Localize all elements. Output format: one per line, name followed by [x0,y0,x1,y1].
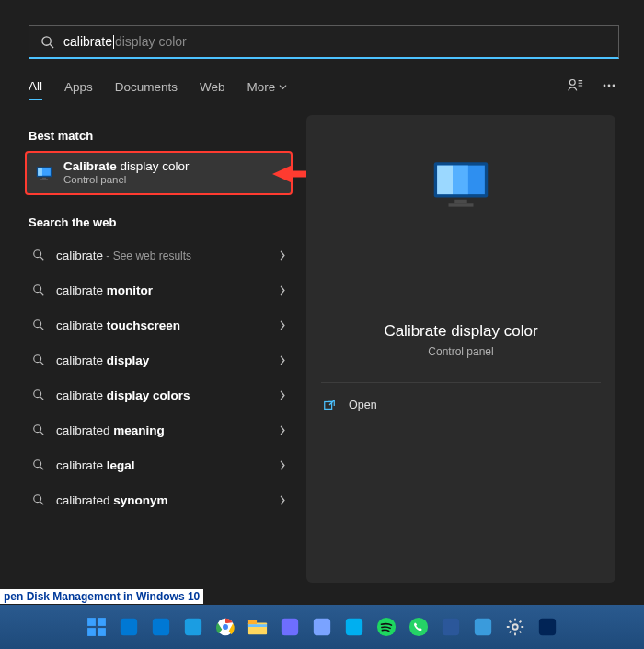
search-tabs: All Apps Documents Web More [29,74,287,100]
best-match-subtitle: Control panel [63,174,190,187]
svg-rect-42 [153,619,169,635]
svg-point-57 [512,624,518,630]
svg-line-20 [40,362,43,365]
chevron-right-icon [279,250,286,261]
chevron-right-icon [279,390,286,400]
taskbar-whatsapp-icon[interactable] [407,615,431,639]
web-result-text: calibrate - See web results [56,249,191,262]
svg-point-4 [608,85,611,87]
svg-line-28 [40,502,43,504]
svg-line-26 [40,467,43,469]
tab-web[interactable]: Web [200,75,225,99]
chevron-right-icon [279,320,286,330]
tab-documents[interactable]: Documents [115,75,178,99]
preview-title: Calibrate display color [306,322,615,341]
search-icon [32,458,45,471]
monitor-icon [34,163,54,183]
chevron-right-icon [279,425,286,435]
web-result-text: calibrate monitor [56,284,153,297]
svg-rect-51 [314,619,330,635]
svg-rect-58 [539,619,556,635]
svg-point-0 [42,36,51,44]
search-web-label: Search the web [29,215,116,229]
best-match-item[interactable]: Calibrate display color Control panel [25,151,293,195]
web-result-text: calibrated meaning [56,423,165,437]
taskbar-chrome-icon[interactable] [213,615,237,639]
web-result-text: calibrate touchscreen [56,319,180,332]
web-result-item[interactable]: calibrate display [25,342,293,377]
web-result-item[interactable]: calibrate legal [25,447,293,482]
svg-rect-41 [121,619,137,635]
open-icon [323,399,336,411]
search-top-actions [567,77,616,94]
search-ghost-text: display color [115,34,187,49]
svg-point-17 [34,320,41,328]
svg-rect-39 [87,628,96,636]
svg-rect-48 [248,620,257,625]
svg-rect-37 [87,618,96,626]
taskbar-notes-icon[interactable] [310,615,334,639]
svg-point-46 [222,623,228,630]
preview-divider [321,382,601,383]
svg-rect-31 [437,166,453,195]
svg-line-16 [40,292,43,295]
svg-rect-33 [454,200,467,204]
web-results-list: calibrate - See web results calibrate mo… [25,238,293,517]
svg-point-21 [34,390,41,398]
taskbar-powershell-icon[interactable] [535,615,559,639]
svg-point-5 [613,85,615,87]
web-result-text: calibrate display [56,353,149,367]
chevron-right-icon [279,285,286,296]
text-caret [113,35,114,49]
svg-rect-55 [443,619,459,635]
svg-point-15 [34,285,41,293]
taskbar-explorer-icon[interactable] [246,615,270,639]
preview-open-action[interactable]: Open [323,399,377,411]
taskbar-screen-icon[interactable] [471,615,495,639]
svg-point-23 [34,425,41,433]
background-link-text: pen Disk Management in Windows 10 [0,589,203,604]
svg-point-25 [34,460,41,468]
taskbar [0,605,644,649]
taskbar-start-icon[interactable] [85,615,109,639]
svg-point-54 [409,618,428,636]
search-typed-text: calibrate [63,34,112,49]
search-icon [32,388,45,401]
search-icon [32,353,45,366]
web-result-item[interactable]: calibrate touchscreen [25,307,293,342]
taskbar-people-icon[interactable] [149,615,173,639]
svg-rect-43 [185,619,201,635]
svg-rect-40 [98,628,106,636]
taskbar-outlook-icon[interactable] [117,615,141,639]
svg-rect-56 [475,619,491,635]
taskbar-edge-icon[interactable] [181,615,205,639]
search-input-container[interactable]: calibrate display color [29,25,619,59]
web-result-item[interactable]: calibrate display colors [25,377,293,412]
web-result-item[interactable]: calibrated meaning [25,412,293,447]
more-options-icon[interactable] [602,78,616,93]
svg-rect-38 [98,618,106,626]
chevron-down-icon [279,83,287,91]
web-result-item[interactable]: calibrate - See web results [25,238,293,272]
web-result-item[interactable]: calibrated synonym [25,482,293,517]
taskbar-word-icon[interactable] [439,615,463,639]
taskbar-skype-icon[interactable] [342,615,366,639]
svg-line-1 [50,44,53,48]
tab-apps[interactable]: Apps [64,75,93,99]
best-match-text: Calibrate display color Control panel [63,159,190,187]
tab-more[interactable]: More [247,75,288,99]
svg-rect-32 [453,166,468,195]
web-result-text: calibrated synonym [56,493,168,507]
taskbar-spotify-icon[interactable] [374,615,398,639]
taskbar-settings-icon[interactable] [503,615,527,639]
account-icon[interactable] [567,77,583,94]
search-icon [32,319,45,331]
search-icon [32,249,45,261]
svg-point-2 [569,80,575,86]
web-result-item[interactable]: calibrate monitor [25,272,293,307]
svg-rect-35 [325,402,332,410]
svg-line-24 [40,432,43,435]
taskbar-snip-icon[interactable] [278,615,302,639]
tab-all[interactable]: All [29,74,42,100]
search-icon [32,423,45,436]
